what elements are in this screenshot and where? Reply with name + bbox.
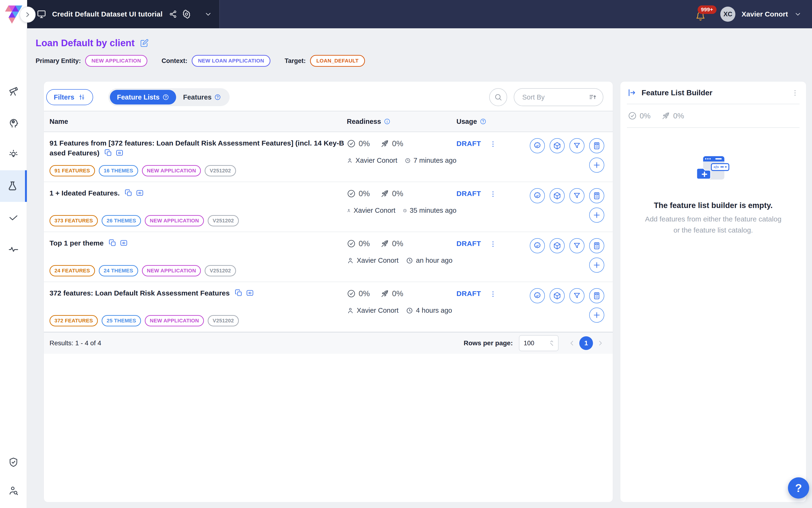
readiness-value: 0% <box>359 289 370 298</box>
version-badge: V251202 <box>205 265 236 277</box>
cube-icon <box>553 292 561 300</box>
page-previous-icon[interactable] <box>568 339 576 347</box>
funnel-icon <box>573 192 581 200</box>
notifications-button[interactable]: 999+ <box>695 6 708 23</box>
row-kebab-menu-icon[interactable] <box>489 240 497 248</box>
add-to-builder-button[interactable] <box>589 307 604 323</box>
deploy-action-button[interactable] <box>550 138 565 153</box>
copy-id-icon[interactable]: ID <box>116 149 124 157</box>
deploy-action-button[interactable] <box>550 288 565 303</box>
sort-by-dropdown[interactable]: Sort By <box>514 88 603 106</box>
entity-badge: NEW APPLICATION <box>142 165 201 176</box>
add-to-builder-button[interactable] <box>589 208 604 223</box>
rows-per-page-select[interactable]: 100 <box>519 335 558 351</box>
filter-action-button[interactable] <box>570 238 584 253</box>
rocket-off-icon <box>661 111 670 120</box>
filter-action-button[interactable] <box>570 138 584 153</box>
compute-action-button[interactable] <box>589 288 604 303</box>
feature-list-name[interactable]: 91 Features from [372 features: Loan Def… <box>49 139 344 157</box>
left-sidebar <box>0 28 27 508</box>
svg-text:ID: ID <box>118 152 121 155</box>
tab-feature-lists[interactable]: Feature Lists <box>110 90 176 104</box>
context-pill: NEW LOAN APPLICATION <box>192 55 271 67</box>
compute-action-button[interactable] <box>589 188 604 203</box>
user-menu-chevron-down-icon[interactable] <box>794 10 802 18</box>
copy-name-icon[interactable] <box>125 189 133 197</box>
filters-button[interactable]: Filters <box>46 89 93 105</box>
deploy-action-button[interactable] <box>550 238 565 253</box>
sidebar-item-user-audit[interactable] <box>0 476 27 505</box>
svg-text:ID: ID <box>138 192 141 195</box>
status-badge: DRAFT <box>456 189 481 198</box>
tab-features[interactable]: Features <box>176 90 228 104</box>
row-kebab-menu-icon[interactable] <box>489 190 497 198</box>
row-kebab-menu-icon[interactable] <box>489 140 497 148</box>
column-header-readiness[interactable]: Readiness <box>347 118 456 125</box>
settings-gear-icon[interactable] <box>182 10 191 18</box>
share-icon[interactable] <box>169 10 177 18</box>
online-value: 0% <box>392 139 403 148</box>
panel-collapse-arrow-icon[interactable] <box>627 88 636 97</box>
plus-icon <box>592 261 601 269</box>
sidebar-item-experiment-active[interactable] <box>0 170 27 202</box>
search-button[interactable] <box>489 88 507 106</box>
row-updated: an hour ago <box>416 257 452 264</box>
help-button[interactable]: ? <box>788 477 809 499</box>
calculator-icon <box>592 141 601 150</box>
context-label: Context: <box>162 57 187 65</box>
column-header-usage[interactable]: Usage <box>456 118 613 125</box>
sidebar-item-explore[interactable] <box>0 76 27 107</box>
edit-pencil-icon[interactable] <box>140 39 149 48</box>
user-avatar[interactable]: XC <box>720 7 735 22</box>
sidebar-item-governance[interactable] <box>0 448 27 476</box>
target-pill: LOAN_DEFAULT <box>310 55 365 67</box>
copy-id-icon[interactable]: ID <box>136 189 144 197</box>
readiness-action-button[interactable] <box>530 188 545 203</box>
clock-icon <box>403 207 407 214</box>
filter-action-button[interactable] <box>570 288 584 303</box>
compute-action-button[interactable] <box>589 238 604 253</box>
readiness-action-button[interactable] <box>530 238 545 253</box>
row-kebab-menu-icon[interactable] <box>489 290 497 298</box>
project-selector[interactable]: Credit Default Dataset UI tutorial <box>27 0 219 28</box>
column-header-name[interactable]: Name <box>44 118 347 125</box>
question-circle-icon <box>214 94 221 100</box>
main-area: Loan Default by client Primary Entity: N… <box>27 28 812 508</box>
readiness-metric: 0% <box>347 289 370 298</box>
compute-action-button[interactable] <box>589 138 604 153</box>
sidebar-item-validate[interactable] <box>0 202 27 234</box>
builder-stats: 0% 0% <box>620 104 806 127</box>
copy-name-icon[interactable] <box>235 289 242 297</box>
deploy-action-button[interactable] <box>550 188 565 203</box>
version-badge: V251202 <box>208 315 239 326</box>
builder-kebab-menu-icon[interactable] <box>791 89 799 97</box>
plus-icon <box>592 211 601 220</box>
project-chevron-down-icon[interactable] <box>204 10 212 18</box>
sidebar-expand-button[interactable] <box>19 7 36 23</box>
feature-list-row: 1 + Ideated Features. ID <box>44 182 613 232</box>
table-header: Name Readiness Usage <box>44 111 613 132</box>
copy-name-icon[interactable] <box>108 239 117 247</box>
readiness-action-button[interactable] <box>530 288 545 303</box>
features-count-badge: 373 FEATURES <box>49 215 98 226</box>
copy-id-icon[interactable]: ID <box>120 239 128 247</box>
page-number-button[interactable]: 1 <box>579 336 593 350</box>
feature-list-name[interactable]: 1 + Ideated Features. <box>49 189 120 197</box>
telescope-icon <box>8 86 19 97</box>
add-to-builder-button[interactable] <box>589 258 604 272</box>
readiness-value: 0% <box>359 239 370 248</box>
readiness-action-button[interactable] <box>530 138 545 153</box>
feature-list-name[interactable]: Top 1 per theme <box>49 239 103 247</box>
feature-list-name[interactable]: 372 features: Loan Default Risk Assessme… <box>49 289 230 297</box>
sidebar-item-knowledge[interactable] <box>0 107 27 139</box>
sidebar-item-monitor[interactable] <box>0 234 27 265</box>
builder-title: Feature List Builder <box>641 88 713 97</box>
filter-action-button[interactable] <box>570 188 584 203</box>
copy-id-icon[interactable]: ID <box>246 289 254 297</box>
user-icon <box>347 207 351 214</box>
add-to-builder-button[interactable] <box>589 158 604 173</box>
sidebar-item-ideate[interactable] <box>0 139 27 170</box>
row-meta: Xavier Conort 35 minutes ago <box>347 207 456 214</box>
copy-name-icon[interactable] <box>104 149 112 157</box>
page-next-icon[interactable] <box>596 339 604 347</box>
